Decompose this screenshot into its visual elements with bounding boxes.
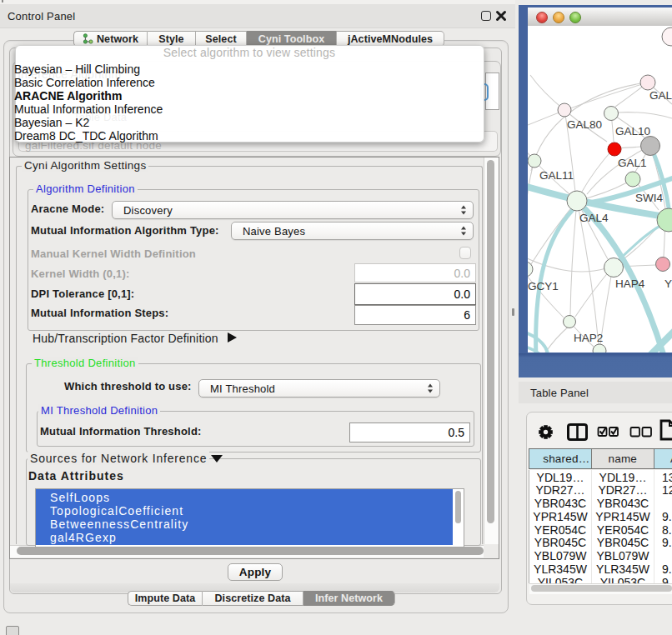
svg-text:GAL11: GAL11 (539, 169, 574, 182)
svg-text:GAL4: GAL4 (579, 212, 609, 224)
svg-text:GAL1: GAL1 (618, 157, 647, 169)
svg-text:HAP4: HAP4 (615, 278, 645, 290)
svg-text:HAP2: HAP2 (574, 332, 603, 344)
svg-text:GAL10: GAL10 (615, 125, 650, 138)
svg-text:GAL80: GAL80 (567, 118, 602, 131)
svg-text:GAL7: GAL7 (649, 89, 672, 102)
svg-text:Y: Y (664, 278, 672, 290)
svg-text:SWI4: SWI4 (635, 192, 663, 204)
svg-text:GCY1: GCY1 (528, 280, 559, 292)
